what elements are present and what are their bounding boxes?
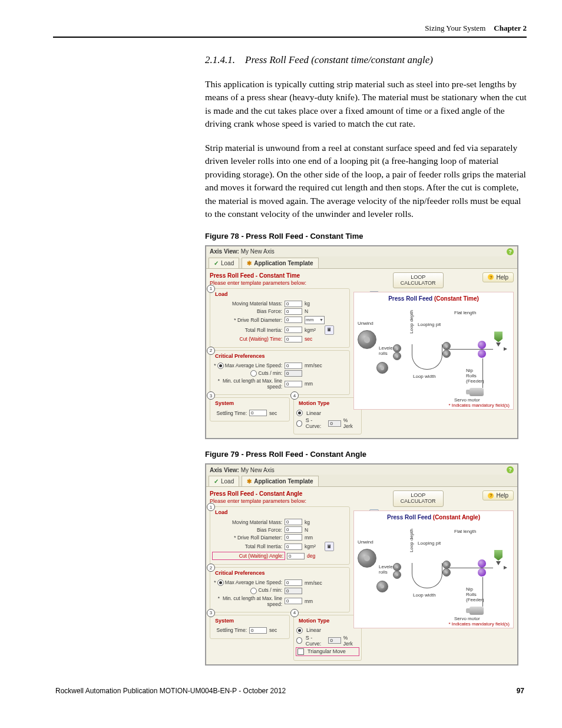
template-subtitle: Please enter template parameters below: [210, 280, 350, 286]
template-title-2: Press Roll Feed - Constant Angle [210, 490, 350, 497]
unit-kg: kg [305, 301, 322, 307]
knife-icon [494, 331, 503, 342]
loop-pit-icon-2 [412, 563, 442, 588]
label-cut-time: Cut (Waiting) Time: [213, 336, 282, 342]
input-settling[interactable]: 0 [249, 410, 267, 416]
axis-view-label: Axis View: [210, 248, 239, 255]
nip-roll-icon-2 [478, 350, 486, 358]
group-load-legend: Load [214, 291, 229, 297]
help-button-2[interactable]: ?Help [482, 490, 514, 500]
diagram-label-unwind: Unwind [358, 321, 373, 326]
help-button[interactable]: ?Help [482, 272, 514, 282]
input-drive[interactable]: 0 [285, 317, 302, 323]
label-bias-2: Bias Force: [213, 527, 282, 533]
calculator-icon-2[interactable]: 🖩 [325, 542, 334, 551]
unit-kgm2: kgm² [305, 327, 322, 333]
input-mass-2[interactable]: 0 [285, 519, 302, 525]
tab-application-template[interactable]: ✱Application Template [242, 258, 318, 268]
radio-cuts[interactable] [250, 370, 257, 377]
radio-scurve[interactable] [296, 420, 302, 427]
input-min-cut[interactable]: 0 [285, 381, 302, 387]
figure-78-caption: Figure 78 - Press Roll Feed - Constant T… [205, 232, 527, 241]
input-settling-2[interactable]: 0 [249, 627, 267, 634]
input-scurve: 0 [328, 420, 340, 427]
axis-view-name: My New Axis [241, 248, 275, 255]
group-load-legend-2: Load [214, 509, 229, 515]
template-title: Press Roll Feed - Constant Time [210, 272, 350, 279]
group-critical-legend-2: Critical Preferences [214, 570, 266, 576]
asterisk-icon-2: ✱ [247, 478, 252, 485]
group-system-legend-2: System [214, 618, 235, 624]
section-number: 2.1.4.1. [205, 54, 235, 65]
tab-load-2[interactable]: ✓Load [209, 476, 239, 486]
unit-sec-1: sec [305, 336, 322, 342]
radio-linear[interactable] [296, 410, 303, 416]
radio-linear-2[interactable] [296, 627, 303, 634]
loop-calculator-button[interactable]: LOOP CALCULATOR [393, 272, 444, 289]
diagram-label-loop-depth: Loop depth [409, 310, 414, 334]
paragraph-2: Strip material is unwound from a reel at… [205, 141, 527, 221]
diagram-label-leveler: Leveler rolls [379, 345, 394, 356]
label-mass-2: Moving Material Mass: [213, 519, 282, 525]
input-bias[interactable]: 0 [285, 308, 302, 315]
calculator-icon[interactable]: 🖩 [325, 325, 334, 335]
input-max-line[interactable]: 0 [285, 363, 302, 369]
unwind-reel-icon [358, 330, 376, 349]
header-chapter: Chapter 2 [494, 24, 527, 33]
roll-icon-2 [442, 350, 451, 358]
radio-max-line[interactable] [217, 363, 224, 369]
input-scurve-2: 0 [328, 637, 340, 644]
diagram-label-servo: Servo motor [454, 397, 480, 403]
label-triangular: Triangular Move [308, 648, 346, 654]
input-inertia-2[interactable]: 0 [285, 543, 302, 550]
help-icon[interactable]: ? [507, 248, 514, 255]
vline [482, 358, 483, 388]
checkbox-triangular[interactable] [297, 648, 304, 655]
leveler-roll-icon-2 [393, 352, 401, 360]
input-cut-time[interactable]: 0 [285, 336, 302, 342]
tab-load[interactable]: ✓Load [209, 258, 239, 268]
input-drive-2[interactable]: 0 [285, 534, 302, 541]
screenshot-78: Axis View: My New Axis ? ✓Load ✱Applicat… [205, 245, 518, 440]
label-cuts: Cuts / min: [258, 370, 282, 376]
input-min-cut-2[interactable]: 0 [285, 598, 302, 604]
radio-scurve-2[interactable] [296, 637, 302, 644]
input-cut-angle[interactable]: 0 [287, 553, 305, 559]
input-max-line-2[interactable]: 0 [285, 579, 302, 586]
tab-application-template-2[interactable]: ✱Application Template [242, 476, 318, 486]
step-3-badge-2: 3 [207, 609, 215, 617]
label-cut-angle: Cut (Waiting) Angle: [213, 552, 285, 559]
input-bias-2[interactable]: 0 [285, 526, 302, 533]
dropdown-drive-unit[interactable]: mm▼ [305, 316, 325, 324]
axis-view-name-2: My New Axis [241, 467, 275, 473]
radio-cuts-2[interactable] [250, 588, 257, 594]
tab-bar-2: ✓Load ✱Application Template [206, 475, 517, 487]
input-mass[interactable]: 0 [285, 301, 302, 307]
help-badge-icon-2: ? [488, 493, 494, 499]
leveler-roll-icon [393, 344, 401, 353]
reel-icon-b [376, 581, 388, 592]
axis-view-label-2: Axis View: [210, 467, 239, 473]
input-inertia[interactable]: 0 [285, 327, 302, 333]
asterisk-icon: ✱ [247, 260, 252, 266]
check-icon-2: ✓ [214, 478, 219, 485]
label-scurve: S - Curve: [306, 417, 326, 429]
header-section: Sizing Your System [425, 24, 485, 33]
knife-icon-2 [494, 550, 503, 561]
template-subtitle-2: Please enter template parameters below: [210, 498, 350, 504]
figure-79-caption: Figure 79 - Press Roll Feed - Constant A… [205, 450, 527, 459]
help-icon-2[interactable]: ? [507, 466, 514, 473]
label-bias: Bias Force: [213, 308, 282, 314]
material-line [448, 349, 493, 350]
loop-calculator-button-2[interactable]: LOOP CALCULATOR [393, 490, 444, 507]
footer-publication: Rockwell Automation Publication MOTION-U… [55, 687, 286, 695]
help-badge-icon: ? [488, 274, 494, 280]
radio-max-line-2[interactable] [217, 579, 224, 586]
nip-roll-icon-b2 [478, 568, 486, 577]
label-inertia: Total Roll Inertia: [213, 327, 282, 333]
group-system-legend: System [214, 400, 235, 406]
label-mass: Moving Material Mass: [213, 301, 282, 307]
roll-icon-b2 [442, 568, 451, 577]
servo-motor-icon [470, 388, 484, 396]
leveler-roll-icon-b2 [393, 571, 401, 579]
